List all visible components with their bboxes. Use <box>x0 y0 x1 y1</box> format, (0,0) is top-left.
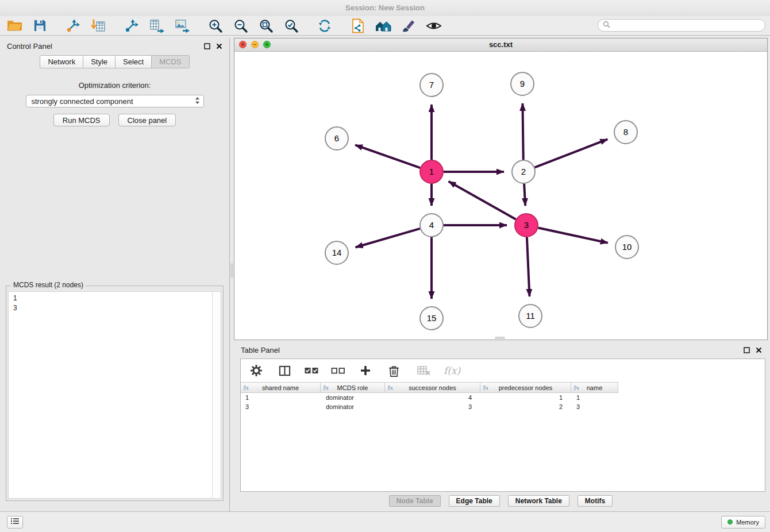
tab-mcds[interactable]: MCDS <box>151 55 189 68</box>
show-hide-icon[interactable] <box>425 17 442 34</box>
mcds-result-group: MCDS result (2 nodes) 1 3 <box>6 286 224 501</box>
control-panel-float-button[interactable] <box>204 43 210 49</box>
zoom-selected-icon[interactable] <box>283 17 300 34</box>
mcds-result-text[interactable]: 1 3 <box>8 291 213 499</box>
svg-text:14: 14 <box>332 248 342 257</box>
table-panel-float-button[interactable] <box>744 347 750 353</box>
edge-2-8[interactable] <box>535 139 608 167</box>
window-minimize-button[interactable]: − <box>251 41 259 48</box>
run-mcds-button[interactable]: Run MCDS <box>53 114 110 126</box>
node-15[interactable]: 15 <box>420 307 443 330</box>
network-window-titlebar[interactable]: × − + scc.txt <box>234 38 767 52</box>
table-body: 1dominator4113dominator323 <box>241 393 765 411</box>
unselect-all-icon[interactable] <box>330 362 346 379</box>
column-header-MCDS-role[interactable]: MCDS role <box>321 382 385 393</box>
save-session-icon[interactable] <box>31 17 48 34</box>
tab-node-table[interactable]: Node Table <box>389 495 441 507</box>
edge-2-3[interactable] <box>524 184 525 206</box>
node-11[interactable]: 11 <box>519 304 542 327</box>
show-panels-button[interactable] <box>7 516 23 529</box>
export-table-icon[interactable] <box>148 17 165 34</box>
table-panel-close-button[interactable] <box>756 347 762 353</box>
node-10[interactable]: 10 <box>615 236 638 259</box>
neighbors-icon[interactable] <box>375 17 392 34</box>
refresh-icon[interactable] <box>316 17 333 34</box>
control-panel-header: Control Panel <box>0 38 229 54</box>
memory-status-dot <box>727 519 733 525</box>
import-table-icon[interactable] <box>90 17 107 34</box>
window-titlebar[interactable]: Session: New Session <box>0 0 770 16</box>
tab-network-table[interactable]: Network Table <box>508 495 569 507</box>
sort-icon <box>243 385 249 392</box>
status-bar: Memory <box>0 511 770 532</box>
mcds-result-title: MCDS result (2 nodes) <box>11 281 86 289</box>
export-web-icon[interactable] <box>349 17 367 34</box>
result-scrollbar[interactable] <box>212 291 221 499</box>
edge-3-10[interactable] <box>538 228 608 242</box>
canvas-scroll-handle[interactable] <box>495 337 505 339</box>
window-zoom-button[interactable]: + <box>263 41 271 48</box>
edge-4-14[interactable] <box>356 229 420 248</box>
svg-text:10: 10 <box>622 242 632 252</box>
node-9[interactable]: 9 <box>511 72 534 95</box>
table-header-row: shared nameMCDS rolesuccessor nodesprede… <box>241 382 765 393</box>
export-network-icon[interactable] <box>123 17 140 34</box>
splitter-handle[interactable] <box>230 263 233 278</box>
tab-edge-table[interactable]: Edge Table <box>449 495 500 507</box>
column-header-shared-name[interactable]: shared name <box>240 382 321 393</box>
select-all-icon[interactable] <box>304 362 319 379</box>
node-1[interactable]: 1 <box>420 160 443 183</box>
memory-button[interactable]: Memory <box>721 516 765 529</box>
task-list-icon <box>10 518 20 526</box>
node-2[interactable]: 2 <box>512 160 535 183</box>
node-3[interactable]: 3 <box>515 214 538 237</box>
control-panel-title: Control Panel <box>7 42 52 51</box>
vertical-splitter[interactable] <box>230 38 234 511</box>
zoom-in-icon[interactable] <box>207 17 224 34</box>
edge-3-1[interactable] <box>449 182 516 219</box>
zoom-fit-icon[interactable] <box>257 17 275 34</box>
network-canvas[interactable]: 7968124314101511 <box>234 52 767 340</box>
tab-select[interactable]: Select <box>115 55 152 68</box>
delete-column-icon[interactable] <box>385 362 402 379</box>
network-window: × − + scc.txt 7968124314101511 <box>234 38 768 340</box>
node-4[interactable]: 4 <box>420 214 443 237</box>
search-input[interactable] <box>613 21 760 30</box>
svg-text:8: 8 <box>623 127 628 137</box>
open-session-icon[interactable] <box>6 17 23 34</box>
export-image-icon[interactable] <box>174 17 191 34</box>
tab-network[interactable]: Network <box>40 55 83 68</box>
control-panel-close-button[interactable] <box>216 43 222 49</box>
svg-text:2: 2 <box>521 167 526 176</box>
import-network-icon[interactable] <box>64 17 82 34</box>
node-14[interactable]: 14 <box>325 241 348 264</box>
function-builder-icon: f(x) <box>444 365 460 376</box>
sort-icon <box>483 385 488 392</box>
edge-2-9[interactable] <box>522 103 523 160</box>
svg-text:6: 6 <box>334 133 339 143</box>
table-row[interactable]: 1dominator411 <box>241 393 765 402</box>
column-header-name[interactable]: name <box>571 382 618 393</box>
style-icon[interactable] <box>400 17 417 34</box>
close-panel-button[interactable]: Close panel <box>118 114 176 126</box>
table-row[interactable]: 3dominator323 <box>241 402 765 411</box>
zoom-out-icon[interactable] <box>232 17 249 34</box>
node-6[interactable]: 6 <box>325 127 348 150</box>
tab-style[interactable]: Style <box>83 55 116 68</box>
svg-text:4: 4 <box>429 220 434 230</box>
edge-1-6[interactable] <box>355 145 420 168</box>
svg-text:1: 1 <box>429 167 434 176</box>
column-header-successor-nodes[interactable]: successor nodes <box>385 382 480 393</box>
gear-icon[interactable] <box>248 362 265 379</box>
edge-3-11[interactable] <box>527 237 530 296</box>
node-table: f(x) shared nameMCDS rolesuccessor nodes… <box>240 358 765 492</box>
optimization-dropdown[interactable]: strongly connected component <box>26 95 204 107</box>
table-tabs: Node TableEdge TableNetwork TableMotifs <box>234 495 768 507</box>
column-header-predecessor-nodes[interactable]: predecessor nodes <box>480 382 571 393</box>
node-8[interactable]: 8 <box>614 121 637 144</box>
node-7[interactable]: 7 <box>420 74 443 97</box>
add-column-icon[interactable] <box>357 362 374 379</box>
tab-motifs[interactable]: Motifs <box>578 495 613 507</box>
window-close-button[interactable]: × <box>239 41 247 48</box>
split-view-icon[interactable] <box>276 362 293 379</box>
